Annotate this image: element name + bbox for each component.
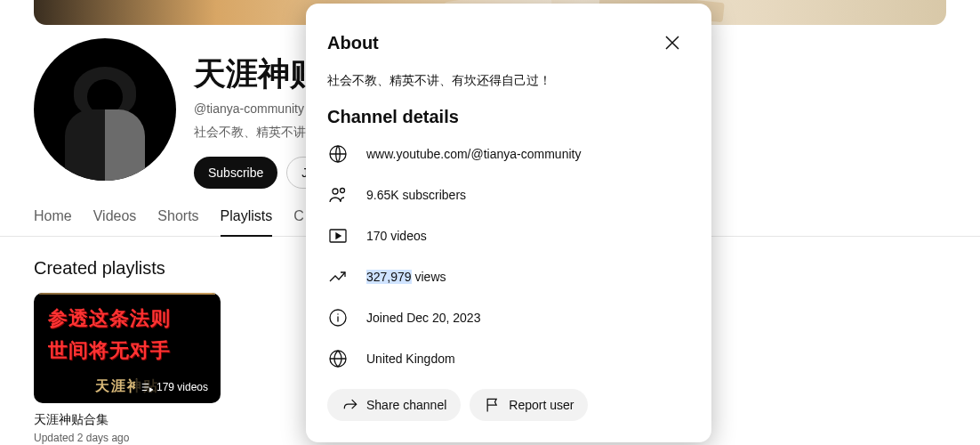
globe-icon xyxy=(327,143,349,165)
location-value: United Kingdom xyxy=(366,352,455,366)
detail-location-row: United Kingdom xyxy=(327,348,690,369)
subscribe-button[interactable]: Subscribe xyxy=(194,157,277,189)
about-description: 社会不教、精英不讲、有坎还得自己过！ xyxy=(327,73,690,89)
playlist-icon xyxy=(141,381,153,393)
playlist-video-count: 179 videos xyxy=(157,381,208,393)
info-icon xyxy=(327,307,349,328)
thumb-text-2: 世间将无对手 xyxy=(48,337,171,364)
close-icon xyxy=(662,32,683,53)
channel-url[interactable]: www.youtube.com/@tianya-community xyxy=(366,147,581,161)
views-number: 327,979 xyxy=(366,270,412,284)
detail-views-row: 327,979 views xyxy=(327,266,690,287)
detail-joined-row: Joined Dec 20, 2023 xyxy=(327,307,690,328)
about-heading: About xyxy=(327,33,379,53)
tab-videos[interactable]: Videos xyxy=(93,199,137,236)
playlist-title[interactable]: 天涯神贴合集 xyxy=(34,412,221,428)
views-suffix: views xyxy=(412,270,446,284)
playlist-thumbnail[interactable]: 参透这条法则 世间将无对手 天涯神贴 179 videos xyxy=(34,293,221,403)
playlist-card[interactable]: 参透这条法则 世间将无对手 天涯神贴 179 videos 天涯神贴合集 Upd… xyxy=(34,293,221,444)
flag-icon xyxy=(484,396,502,414)
video-icon xyxy=(327,225,349,247)
playlist-video-count-badge: 179 videos xyxy=(135,378,213,396)
share-channel-label: Share channel xyxy=(366,398,446,412)
detail-videos-row: 170 videos xyxy=(327,225,690,247)
about-modal: About 社会不教、精英不讲、有坎还得自己过！ Channel details… xyxy=(306,4,711,442)
subscribers-icon xyxy=(327,184,349,206)
report-user-button[interactable]: Report user xyxy=(470,389,588,421)
detail-subscribers-row: 9.65K subscribers xyxy=(327,184,690,206)
avatar[interactable] xyxy=(34,38,176,181)
report-user-label: Report user xyxy=(509,398,574,412)
detail-url-row: www.youtube.com/@tianya-community xyxy=(327,143,690,165)
joined-value: Joined Dec 20, 2023 xyxy=(366,311,480,325)
tab-playlists[interactable]: Playlists xyxy=(221,199,273,237)
tab-home[interactable]: Home xyxy=(34,199,72,236)
share-icon xyxy=(341,396,359,414)
location-icon xyxy=(327,348,349,369)
tab-more[interactable]: C xyxy=(293,199,304,236)
share-channel-button[interactable]: Share channel xyxy=(327,389,461,421)
playlist-meta: Updated 2 days ago xyxy=(34,432,221,444)
svg-point-1 xyxy=(333,189,338,194)
svg-point-2 xyxy=(341,189,345,193)
trending-icon xyxy=(327,266,349,287)
videos-value: 170 videos xyxy=(366,229,427,243)
channel-details-heading: Channel details xyxy=(327,107,690,127)
subscribers-value: 9.65K subscribers xyxy=(366,188,466,202)
views-value: 327,979 views xyxy=(366,270,446,284)
close-button[interactable] xyxy=(655,25,690,61)
thumb-text-1: 参透这条法则 xyxy=(48,305,171,332)
tab-shorts[interactable]: Shorts xyxy=(157,199,198,236)
